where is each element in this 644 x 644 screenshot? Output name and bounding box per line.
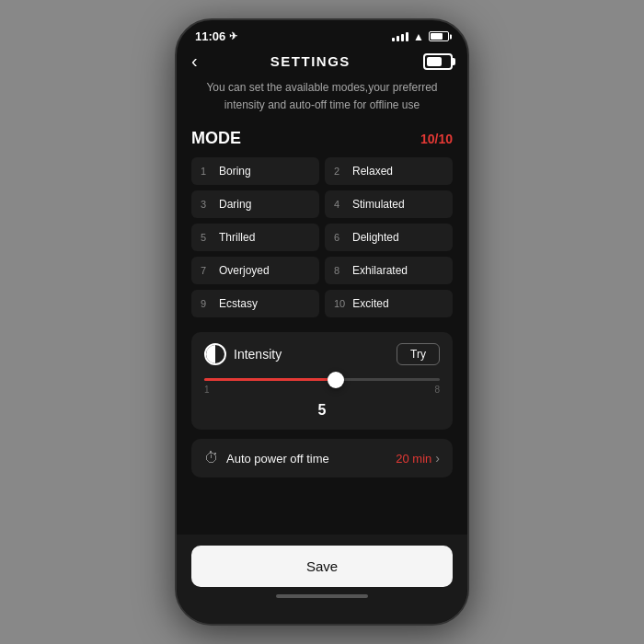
- mode-name-2: Relaxed: [352, 165, 393, 178]
- mode-number-8: 8: [334, 265, 345, 276]
- nav-battery-icon: [423, 53, 453, 70]
- mode-name-6: Delighted: [352, 231, 399, 244]
- mode-name-7: Overjoyed: [219, 264, 270, 277]
- wifi-icon: ▲: [413, 30, 424, 43]
- phone-frame: 11:06 ✈ ▲ ‹ SETTINGS You can set the ava…: [175, 18, 469, 626]
- clock-icon: ⏱: [204, 450, 219, 466]
- mode-number-2: 2: [334, 166, 345, 177]
- auto-power-card[interactable]: ⏱ Auto power off time 20 min ›: [191, 439, 453, 477]
- auto-power-label: Auto power off time: [226, 452, 329, 466]
- mode-item-5[interactable]: 5 Thrilled: [191, 224, 319, 251]
- mode-name-4: Stimulated: [352, 198, 405, 211]
- location-icon: ✈: [229, 30, 237, 42]
- mode-name-8: Exhilarated: [352, 264, 408, 277]
- intensity-card: Intensity Try 1 8 5: [191, 332, 453, 430]
- mode-number-7: 7: [201, 265, 212, 276]
- status-bar: 11:06 ✈ ▲: [177, 20, 467, 47]
- intensity-icon: [204, 343, 226, 365]
- mode-name-1: Boring: [219, 165, 251, 178]
- mode-name-9: Ecstasy: [219, 297, 258, 310]
- intensity-value: 5: [204, 402, 440, 419]
- mode-number-6: 6: [334, 232, 345, 243]
- time-display: 11:06: [195, 29, 225, 43]
- intensity-slider-container: 1 8: [204, 378, 440, 395]
- auto-power-left: ⏱ Auto power off time: [204, 450, 329, 466]
- mode-number-4: 4: [334, 199, 345, 210]
- slider-min: 1: [204, 385, 210, 395]
- mode-item-10[interactable]: 10 Excited: [325, 290, 453, 317]
- mode-item-8[interactable]: 8 Exhilarated: [325, 257, 453, 284]
- mode-number-3: 3: [201, 199, 212, 210]
- back-button[interactable]: ‹: [191, 51, 198, 72]
- nav-bar: ‹ SETTINGS: [177, 47, 467, 79]
- mode-number-10: 10: [334, 298, 345, 309]
- slider-labels: 1 8: [204, 385, 440, 395]
- home-indicator: [276, 594, 368, 598]
- main-content: You can set the available modes,your pre…: [177, 79, 467, 572]
- mode-item-4[interactable]: 4 Stimulated: [325, 190, 453, 218]
- mode-count-badge: 10/10: [420, 132, 453, 146]
- auto-power-right: 20 min ›: [396, 451, 440, 466]
- try-button[interactable]: Try: [397, 343, 440, 365]
- mode-section-header: MODE 10/10: [191, 129, 453, 148]
- intensity-header: Intensity Try: [204, 343, 440, 365]
- page-title: SETTINGS: [270, 53, 351, 69]
- mode-name-10: Excited: [352, 297, 388, 310]
- bottom-section: Save: [177, 535, 467, 624]
- intensity-left: Intensity: [204, 343, 282, 365]
- mode-item-7[interactable]: 7 Overjoyed: [191, 257, 319, 284]
- save-button[interactable]: Save: [191, 546, 453, 587]
- battery-icon: [429, 31, 449, 41]
- status-bar-right: ▲: [392, 30, 449, 43]
- mode-section-title: MODE: [191, 129, 241, 148]
- mode-name-3: Daring: [219, 198, 251, 211]
- mode-item-9[interactable]: 9 Ecstasy: [191, 290, 319, 317]
- slider-fill: [204, 378, 336, 381]
- auto-power-value: 20 min: [396, 452, 431, 466]
- mode-number-9: 9: [201, 298, 212, 309]
- slider-max: 8: [434, 385, 440, 395]
- slider-track: [204, 378, 440, 381]
- intensity-label: Intensity: [234, 347, 282, 362]
- mode-item-6[interactable]: 6 Delighted: [325, 224, 453, 251]
- slider-thumb[interactable]: [328, 372, 344, 388]
- description-text: You can set the available modes,your pre…: [191, 79, 453, 114]
- mode-number-1: 1: [201, 166, 212, 177]
- mode-name-5: Thrilled: [219, 231, 255, 244]
- mode-number-5: 5: [201, 232, 212, 243]
- chevron-right-icon: ›: [435, 451, 440, 466]
- signal-icon: [392, 32, 408, 41]
- mode-item-3[interactable]: 3 Daring: [191, 190, 319, 218]
- mode-item-2[interactable]: 2 Relaxed: [325, 157, 453, 185]
- status-bar-left: 11:06 ✈: [195, 29, 237, 43]
- mode-item-1[interactable]: 1 Boring: [191, 157, 319, 185]
- modes-grid: 1 Boring 2 Relaxed 3 Daring 4 Stimulated…: [191, 157, 453, 317]
